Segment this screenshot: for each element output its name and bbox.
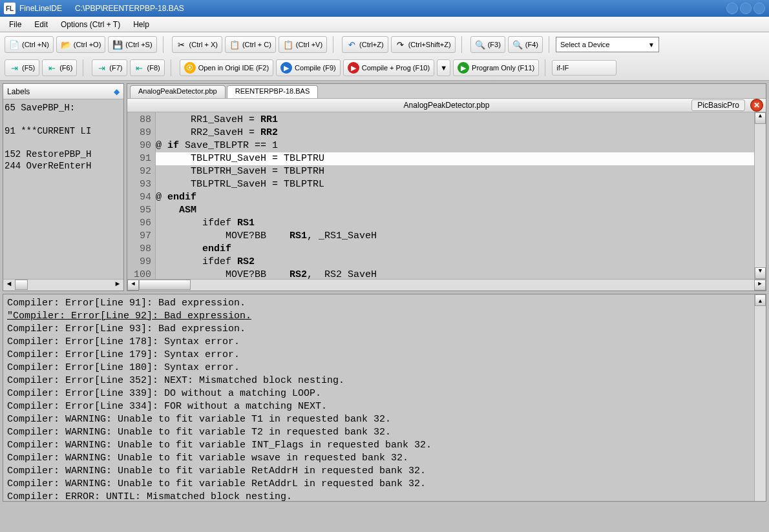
- vertical-scrollbar[interactable]: ▲▼: [754, 112, 766, 279]
- open-ide-icon: ⦿: [184, 62, 196, 74]
- play-icon: ▶: [458, 62, 469, 74]
- cut-icon: ✂: [176, 39, 187, 50]
- indent-left-button[interactable]: ⇥(F5): [5, 59, 39, 76]
- sidebar-header[interactable]: Labels ◆: [3, 84, 123, 99]
- menu-file[interactable]: File: [3, 18, 28, 31]
- code-content[interactable]: RR1_SaveH = RR1 RR2_SaveH = RR2 @ if Sav…: [156, 112, 754, 279]
- play-icon: ▶: [348, 62, 359, 74]
- close-document-button[interactable]: ✕: [750, 99, 763, 112]
- cut-button[interactable]: ✂(Ctrl + X): [172, 36, 222, 53]
- save-button[interactable]: 💾(Ctrl +S): [108, 36, 156, 53]
- redo-button[interactable]: ↷(Ctrl+Shift+Z): [391, 36, 456, 53]
- line-gutter: 888990919293949596979899100: [127, 112, 156, 279]
- compile-prog-button[interactable]: ▶Compile + Prog (F10): [343, 59, 434, 76]
- maximize-button[interactable]: [740, 3, 752, 14]
- tab-analogpeak[interactable]: AnalogPeakDetector.pbp: [130, 85, 226, 98]
- find-next-button[interactable]: 🔍(F4): [508, 36, 543, 53]
- app-icon: FL: [4, 3, 16, 14]
- redo-icon: ↷: [395, 39, 406, 50]
- document-title: AnalogPeakDetector.pbp: [404, 101, 490, 110]
- paste-button[interactable]: 📋(Ctrl +V): [279, 36, 327, 53]
- document-header: AnalogPeakDetector.pbp PicBasicPro ✕: [127, 98, 766, 112]
- menu-edit[interactable]: Edit: [28, 18, 54, 31]
- search-icon: 🔍: [512, 39, 523, 50]
- tab-reenterpbp[interactable]: REENTERPBP-18.BAS: [227, 85, 319, 98]
- new-file-icon: 📄: [9, 39, 19, 50]
- sidebar: Labels ◆ 65 SavePBP_H: 91 ***CURRENT LI …: [3, 83, 124, 291]
- indent-right-button[interactable]: ⇤(F6): [42, 59, 77, 76]
- program-only-button[interactable]: ▶Program Only (F11): [453, 59, 539, 76]
- minimize-button[interactable]: [726, 3, 738, 14]
- compile-button[interactable]: ▶Compile (F9): [276, 59, 341, 76]
- f7-button[interactable]: ⇥(F7): [92, 59, 127, 76]
- menubar: File Edit Options (Ctrl + T) Help: [0, 17, 769, 32]
- titlebar: FL FineLineIDE C:\PBP\REENTERPBP-18.BAS: [0, 0, 769, 17]
- dropdown-icon: ◆: [114, 87, 120, 96]
- indent-icon: ⇥: [96, 63, 107, 73]
- undo-icon: ↶: [346, 39, 357, 50]
- sidebar-scrollbar[interactable]: ◄ ►: [3, 279, 123, 291]
- label-list[interactable]: 65 SavePBP_H: 91 ***CURRENT LI 152 Resto…: [3, 99, 123, 279]
- open-button[interactable]: 📂(Ctrl +O): [56, 36, 105, 53]
- device-select[interactable]: Select a Device: [556, 37, 659, 52]
- indent-icon: ⇤: [47, 63, 57, 73]
- play-icon: ▶: [280, 62, 292, 74]
- close-window-button[interactable]: [753, 3, 765, 14]
- editor-panel: AnalogPeakDetector.pbp REENTERPBP-18.BAS…: [127, 83, 766, 291]
- menu-help[interactable]: Help: [127, 18, 156, 31]
- language-badge[interactable]: PicBasicPro: [691, 99, 745, 111]
- app-title: FineLineIDE: [19, 4, 62, 13]
- undo-button[interactable]: ↶(Ctrl+Z): [342, 36, 388, 53]
- find-button[interactable]: 🔍(F3): [470, 36, 505, 53]
- f8-button[interactable]: ⇤(F8): [130, 59, 165, 76]
- indent-icon: ⇥: [9, 63, 19, 73]
- editor-tabs: AnalogPeakDetector.pbp REENTERPBP-18.BAS: [127, 84, 766, 98]
- search-icon: 🔍: [475, 39, 485, 50]
- output-scrollbar[interactable]: ▲: [754, 294, 766, 501]
- compile-dropdown[interactable]: ▼: [437, 59, 450, 76]
- open-folder-icon: 📂: [61, 39, 71, 50]
- copy-button[interactable]: 📋(Ctrl + C): [225, 36, 276, 53]
- menu-options[interactable]: Options (Ctrl + T): [54, 18, 127, 31]
- paste-icon: 📋: [283, 39, 293, 50]
- indent-icon: ⇤: [134, 63, 145, 73]
- save-icon: 💾: [112, 39, 123, 50]
- copy-icon: 📋: [229, 39, 240, 50]
- toolbar: 📄(Ctrl +N) 📂(Ctrl +O) 💾(Ctrl +S) ✂(Ctrl …: [0, 32, 769, 81]
- output-panel[interactable]: Compiler: Error[Line 91]: Bad expression…: [3, 294, 766, 502]
- file-path: C:\PBP\REENTERPBP-18.BAS: [75, 4, 184, 13]
- code-editor[interactable]: 888990919293949596979899100 RR1_SaveH = …: [127, 112, 766, 279]
- if-snippet-box[interactable]: if-IF: [552, 60, 616, 76]
- open-ide-button[interactable]: ⦿Open in Origi IDE (F2): [180, 59, 273, 76]
- horizontal-scrollbar[interactable]: ◄►: [127, 279, 766, 291]
- new-button[interactable]: 📄(Ctrl +N): [5, 36, 54, 53]
